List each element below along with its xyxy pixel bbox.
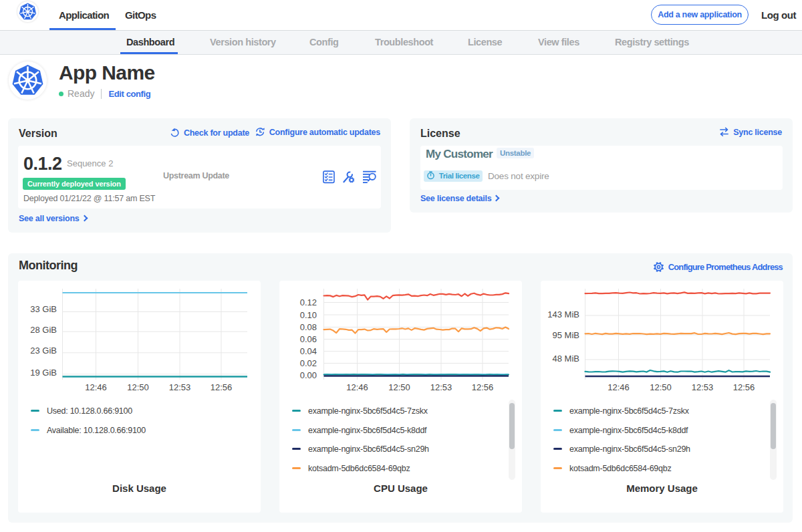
svg-text:0.02: 0.02 [300, 358, 317, 368]
svg-text:48 MiB: 48 MiB [553, 354, 579, 364]
svg-text:0.00: 0.00 [300, 370, 317, 380]
svg-text:12:46: 12:46 [346, 382, 368, 392]
svg-text:0.08: 0.08 [300, 322, 317, 332]
svg-text:12:53: 12:53 [692, 382, 714, 392]
svg-text:28 GiB: 28 GiB [30, 325, 57, 335]
svg-text:12:56: 12:56 [733, 382, 755, 392]
svg-text:12:46: 12:46 [608, 382, 630, 392]
svg-text:23 GiB: 23 GiB [30, 346, 57, 356]
svg-text:0.12: 0.12 [300, 297, 317, 307]
svg-text:12:56: 12:56 [211, 382, 233, 392]
svg-text:143 MiB: 143 MiB [547, 309, 579, 319]
svg-text:0.10: 0.10 [300, 310, 317, 320]
svg-text:12:56: 12:56 [472, 382, 494, 392]
svg-text:12:50: 12:50 [388, 382, 410, 392]
svg-text:12:53: 12:53 [430, 382, 452, 392]
svg-text:95 MiB: 95 MiB [553, 330, 579, 340]
svg-text:12:53: 12:53 [169, 382, 191, 392]
svg-text:33 GiB: 33 GiB [30, 304, 57, 314]
svg-text:0.04: 0.04 [300, 346, 317, 356]
svg-text:12:46: 12:46 [85, 382, 107, 392]
svg-text:0.06: 0.06 [300, 334, 317, 344]
svg-text:12:50: 12:50 [127, 382, 149, 392]
svg-text:19 GiB: 19 GiB [30, 368, 57, 378]
svg-text:12:50: 12:50 [650, 382, 672, 392]
